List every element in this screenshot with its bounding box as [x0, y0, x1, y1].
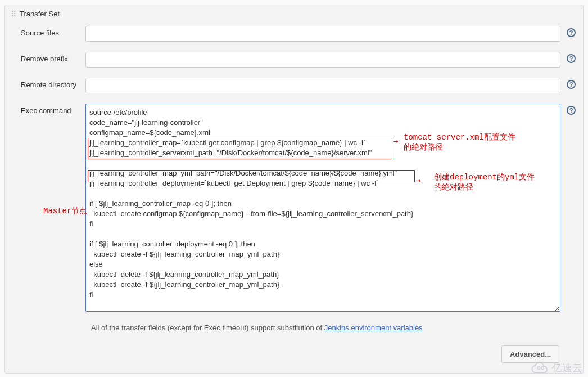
cloud-icon	[531, 362, 550, 374]
row-remove-prefix: Remove prefix ?	[11, 52, 577, 68]
panel-header: ⠿ Transfer Set	[11, 10, 577, 18]
help-icon[interactable]: ?	[567, 80, 576, 89]
helper-prefix: All of the transfer fields (except for E…	[91, 324, 324, 332]
button-row: Advanced...	[11, 345, 577, 363]
input-exec-command[interactable]	[85, 104, 560, 312]
panel-title: Transfer Set	[20, 10, 60, 18]
annotation-master-node: Master节点	[43, 206, 87, 216]
row-exec-command: Exec command → tomcat server.xml配置文件 的绝对…	[11, 104, 577, 313]
input-source-files[interactable]	[85, 26, 560, 42]
advanced-button[interactable]: Advanced...	[501, 345, 559, 363]
input-remove-prefix[interactable]	[85, 52, 560, 68]
label-source-files: Source files	[11, 26, 81, 37]
label-exec-command: Exec command	[11, 104, 81, 115]
label-remove-prefix: Remove prefix	[11, 52, 81, 63]
help-icon[interactable]: ?	[567, 106, 576, 115]
input-remote-directory[interactable]	[85, 78, 560, 93]
drag-handle-icon[interactable]: ⠿	[11, 10, 16, 18]
label-remote-directory: Remote directory	[11, 78, 81, 89]
watermark-text: 亿速云	[552, 361, 582, 375]
row-remote-directory: Remote directory ?	[11, 78, 577, 93]
watermark: 亿速云	[531, 361, 582, 375]
svg-point-0	[537, 367, 540, 369]
link-jenkins-env-vars[interactable]: Jenkins environment variables	[324, 324, 423, 332]
svg-point-1	[541, 367, 544, 369]
help-icon[interactable]: ?	[567, 28, 576, 37]
help-icon[interactable]: ?	[567, 54, 576, 63]
transfer-set-panel: ⠿ Transfer Set Source files ? Remove pre…	[4, 5, 584, 374]
helper-text: All of the transfer fields (except for E…	[11, 324, 577, 332]
row-source-files: Source files ?	[11, 26, 577, 42]
